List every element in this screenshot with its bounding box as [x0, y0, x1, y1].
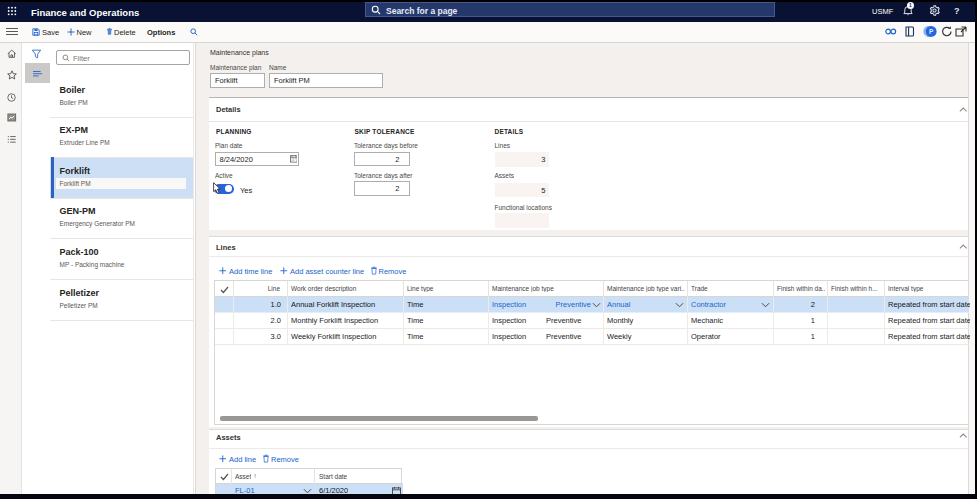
svg-text:P: P [929, 27, 934, 34]
